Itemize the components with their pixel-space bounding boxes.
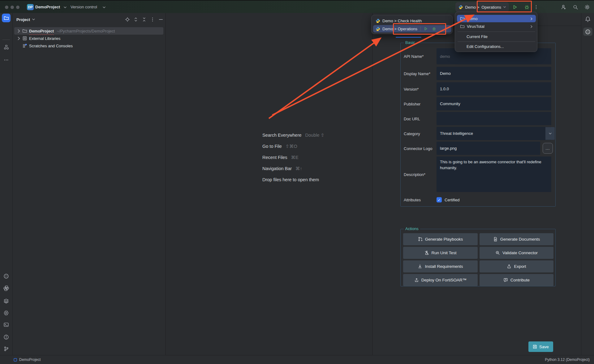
status-python-interpreter[interactable]: Python 3.12 (DemoProject) [545,358,590,362]
version-control-menu[interactable]: Version control [71,5,97,9]
status-bar: DemoProject Python 3.12 (DemoProject) [0,355,594,364]
status-project-name[interactable]: DemoProject [19,358,41,362]
tool-window-structure-button[interactable] [2,43,11,51]
export-button[interactable]: Export [480,260,553,272]
menu-item-current-file[interactable]: Current File [457,33,536,40]
window-close-button[interactable] [5,6,8,9]
tool-window-python-packages-button[interactable] [2,284,11,293]
version-label: Version* [404,87,419,91]
install-requirements-button[interactable]: Install Requirements [403,260,478,272]
certified-checkbox-label: Certified [445,198,459,202]
tree-row-demo-project[interactable]: DemoProject ~/PycharmProjects/DemoProjec… [14,27,163,35]
python-outline-icon [3,285,9,291]
code-with-me-button[interactable] [559,3,568,11]
search-everywhere-button[interactable] [571,3,580,11]
more-actions-button[interactable] [532,3,540,11]
field-row-connector-logo: Connector Logo large.png ... [401,142,556,155]
alert-circle-icon [3,334,9,340]
attributes-label: Attributes [404,198,421,202]
tree-row-external-libraries[interactable]: External Libraries [14,35,163,42]
generate-playbooks-button[interactable]: Generate Playbooks [403,233,478,245]
project-badge[interactable]: DP [27,4,34,10]
left-tool-stripe [0,13,13,355]
field-row-publisher: Publisher Community [401,97,556,110]
category-select[interactable]: Threat Intelligence [437,127,551,140]
collapse-all-icon[interactable] [142,17,147,22]
chevron-down-icon [103,6,105,8]
annotation-box-popup-operations [393,23,446,35]
field-row-version: Version* 1.0.0 [401,82,556,96]
tool-window-problems-button[interactable] [2,333,11,341]
field-row-attributes: Attributes ✓ Certified [401,196,556,204]
shortcut-go-to-file: Go to File⇧⌘O [262,143,297,150]
description-textarea[interactable]: This is going to be an awesome connector… [437,156,551,192]
menu-item-edit-configurations[interactable]: Edit Configurations... [457,43,536,50]
magnifier-check-icon [495,251,500,255]
editor-empty-area: Search EverywhereDouble ⇧ Go to File⇧⌘O … [166,13,372,355]
window-zoom-button[interactable] [16,6,19,9]
tool-window-terminal-button[interactable] [2,320,11,329]
gear-icon [584,4,590,10]
tree-item-path: ~/PycharmProjects/DemoProject [57,29,115,33]
export-icon [507,264,511,269]
locate-file-icon[interactable] [125,17,130,22]
field-row-doc-url: Doc URL [401,112,556,125]
tree-item-label: External Libraries [29,36,60,41]
tool-window-services-button[interactable] [2,309,11,317]
layers-icon [3,298,9,304]
shortcut-navigation-bar: Navigation Bar⌘↑ [262,165,302,172]
basic-section: Basic API Name* demo Display Name* Demo … [400,43,556,207]
display-name-input[interactable]: Demo [437,67,551,80]
hide-panel-icon[interactable] [158,17,163,22]
doc-url-input[interactable] [437,112,551,125]
ellipsis-icon [4,58,9,62]
menu-separator [458,32,535,32]
notifications-bell-icon[interactable] [585,16,591,22]
connector-logo-label: Connector Logo [404,146,433,151]
certified-checkbox[interactable]: ✓ [437,197,442,203]
stripe-divider [2,40,10,40]
more-tool-windows-button[interactable] [2,56,11,64]
project-widget-icon [14,358,17,362]
run-unit-test-button[interactable]: Run Unit Test [403,247,478,259]
flask-icon [424,251,429,255]
tree-row-scratches[interactable]: Scratches and Consoles [14,42,163,49]
expand-all-icon[interactable] [133,17,138,22]
chevron-right-icon [17,29,20,33]
category-label: Category [404,131,420,136]
right-tool-stripe [581,13,594,355]
connector-logo-input[interactable]: large.png [437,142,540,155]
terminal-icon [3,322,9,328]
tool-window-version-control-button[interactable] [2,345,11,353]
window-minimize-button[interactable] [11,6,14,9]
select-chevron-button[interactable] [545,127,555,140]
menu-item-virustotal[interactable]: VirusTotal [457,23,536,30]
contribute-button[interactable]: Contribute [480,274,553,286]
options-kebab-icon[interactable] [150,17,155,22]
menu-item-demo[interactable]: Demo [457,15,536,22]
basic-section-legend: Basic [404,40,417,45]
circle-dots-icon [585,29,591,35]
tool-window-ai-button[interactable] [2,272,11,280]
shortcut-search-everywhere: Search EverywhereDouble ⇧ [262,132,325,139]
tool-window-project-button[interactable] [2,14,11,22]
project-panel-title[interactable]: Project [16,17,30,22]
tool-window-connector-form-button[interactable] [583,28,592,36]
save-button[interactable]: Save [528,341,553,352]
run-configurations-menu: Demo VirusTotal Current File Edit Config… [455,12,537,52]
settings-button[interactable] [583,3,592,11]
project-menu[interactable]: DemoProject [35,5,60,9]
version-input[interactable]: 1.0.0 [437,82,551,96]
shortcut-recent-files: Recent Files⌘E [262,154,299,161]
tool-window-python-console-button[interactable] [2,297,11,305]
annotation-box-run-widget [477,1,532,12]
chevron-down-icon [549,133,552,135]
validate-connector-button[interactable]: Validate Connector [480,247,553,259]
deploy-on-fortisoar-button[interactable]: Deploy On FortiSOAR™ [403,274,478,286]
browse-logo-button[interactable]: ... [543,143,553,154]
generate-documents-button[interactable]: Generate Documents [480,233,553,245]
publisher-input[interactable]: Community [437,97,551,110]
feedback-icon [503,278,508,282]
user-plus-icon [561,4,566,10]
python-icon [376,27,380,31]
